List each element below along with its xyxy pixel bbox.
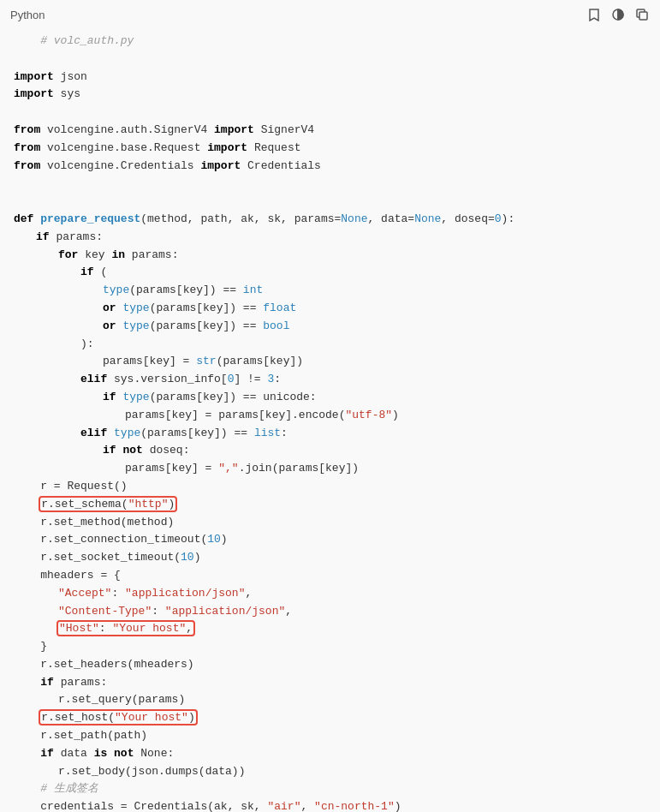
from-signer: from volcengine.auth.SignerV4 import Sig… — [14, 122, 646, 140]
set-path: r.set_path(path) — [14, 727, 646, 745]
set-schema-line: r.set_schema("http") — [14, 496, 646, 514]
or-bool: or type(params[key]) == bool — [14, 318, 646, 336]
set-host-line: r.set_host("Your host") — [14, 709, 646, 727]
from-request: from volcengine.base.Request import Requ… — [14, 140, 646, 158]
filename-comment: # volc_auth.py — [14, 33, 646, 51]
mheaders-open: mheaders = { — [14, 567, 646, 585]
set-host-highlight: r.set_host("Your host") — [40, 711, 195, 724]
code-window: Python — [0, 0, 660, 812]
mheaders-close: } — [14, 638, 646, 656]
elif-list: elif type(params[key]) == list: — [14, 425, 646, 443]
accept-header: "Accept": "application/json", — [14, 585, 646, 603]
language-label: Python — [10, 9, 45, 21]
header-actions — [586, 7, 650, 22]
set-query: r.set_query(params) — [14, 691, 646, 709]
from-creds: from volcengine.Credentials import Crede… — [14, 158, 646, 176]
import-json: import json — [14, 69, 646, 87]
join-params: params[key] = ",".join(params[key]) — [14, 460, 646, 478]
if-unicode: if type(params[key]) == unicode: — [14, 389, 646, 407]
if-params: if params: — [14, 229, 646, 247]
contrast-icon[interactable] — [610, 7, 626, 22]
set-headers: r.set_headers(mheaders) — [14, 656, 646, 674]
code-block: # volc_auth.py import json import sys fr… — [0, 26, 660, 812]
import-sys: import sys — [14, 86, 646, 104]
elif-version: elif sys.version_info[0] != 3: — [14, 371, 646, 389]
host-header-line: "Host": "Your host", — [14, 620, 646, 638]
type-int: type(params[key]) == int — [14, 282, 646, 300]
header-bar: Python — [0, 0, 660, 26]
set-conn-timeout: r.set_connection_timeout(10) — [14, 531, 646, 549]
if-data: if data is not None: — [14, 745, 646, 763]
copy-icon[interactable] — [634, 7, 650, 22]
def-line: def prepare_request(method, path, ak, sk… — [14, 211, 646, 229]
params-str: params[key] = str(params[key]) — [14, 353, 646, 371]
if-not-doseq: if not doseq: — [14, 442, 646, 460]
svg-rect-1 — [639, 12, 647, 20]
or-float: or type(params[key]) == float — [14, 300, 646, 318]
blank1 — [14, 51, 646, 69]
set-sock-timeout: r.set_socket_timeout(10) — [14, 549, 646, 567]
for-key: for key in params: — [14, 247, 646, 265]
set-schema-highlight: r.set_schema("http") — [40, 498, 175, 510]
set-body: r.set_body(json.dumps(data)) — [14, 763, 646, 781]
blank3 — [14, 175, 646, 193]
bookmark-icon[interactable] — [586, 7, 602, 22]
comment-sign: # 生成签名 — [14, 780, 646, 798]
blank2 — [14, 104, 646, 122]
blank4 — [14, 193, 646, 211]
close-paren: ): — [14, 336, 646, 354]
if-params2: if params: — [14, 674, 646, 692]
credentials-line: credentials = Credentials(ak, sk, "air",… — [14, 798, 646, 812]
set-method: r.set_method(method) — [14, 514, 646, 532]
r-request: r = Request() — [14, 478, 646, 496]
if-paren: if ( — [14, 264, 646, 282]
encode-utf8: params[key] = params[key].encode("utf-8"… — [14, 407, 646, 425]
host-header-highlight: "Host": "Your host", — [58, 622, 193, 635]
content-type-header: "Content-Type": "application/json", — [14, 603, 646, 621]
